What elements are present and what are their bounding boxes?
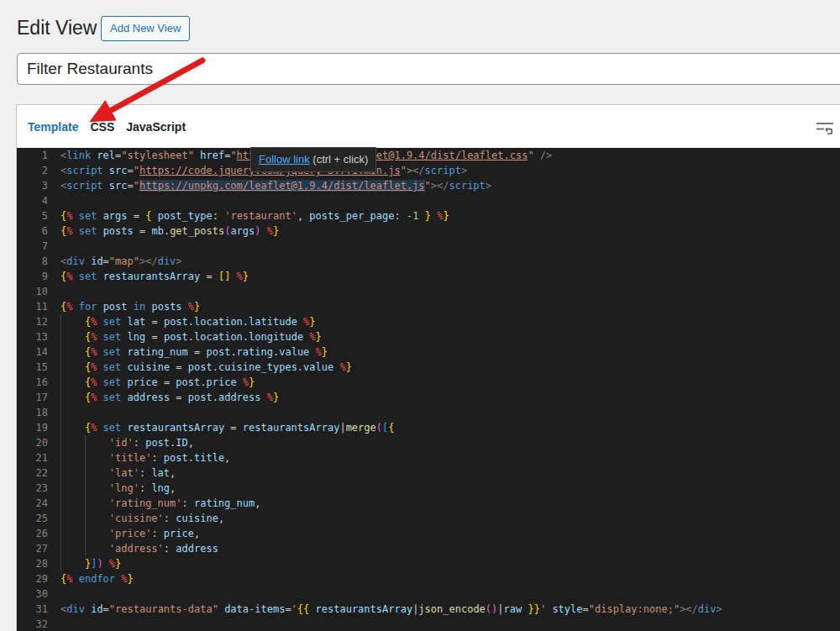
code-line[interactable]: 2<script src="https://code.jquery.com/jq… bbox=[17, 163, 840, 178]
code-line[interactable]: 13 {% set lng = post.location.longitude … bbox=[17, 329, 840, 344]
code-token: } bbox=[249, 376, 255, 388]
code-line[interactable]: 27 'address': address bbox=[17, 541, 840, 556]
code-token: restaurantsArray bbox=[316, 603, 413, 615]
word-wrap-icon[interactable] bbox=[815, 119, 835, 134]
code-token: lng bbox=[151, 482, 170, 494]
line-number: 7 bbox=[17, 239, 48, 254]
code-token: post bbox=[164, 331, 188, 343]
line-number: 28 bbox=[17, 556, 48, 571]
code-token: | bbox=[339, 422, 345, 434]
code-token: . bbox=[230, 346, 236, 358]
code-token: = bbox=[128, 210, 146, 222]
code-token bbox=[158, 452, 164, 464]
code-token: post bbox=[103, 301, 128, 313]
code-token: div bbox=[66, 603, 85, 615]
code-line[interactable]: 24 'rating_num': rating_num, bbox=[17, 496, 840, 511]
code-token: set bbox=[103, 316, 122, 328]
add-new-view-button[interactable]: Add New View bbox=[101, 16, 190, 41]
code-editor[interactable]: 1<link rel="stylesheet" href="https://un… bbox=[17, 148, 840, 631]
code-line[interactable]: 31<div id="restaurants-data" data-items=… bbox=[17, 602, 840, 617]
code-line[interactable]: 12 {% set lat = post.location.latitude %… bbox=[17, 314, 840, 329]
code-line[interactable]: 20 'id': post.ID, bbox=[17, 435, 840, 450]
code-token bbox=[97, 210, 102, 222]
line-number: 27 bbox=[17, 541, 48, 556]
code-line[interactable]: 23 'lng': lng, bbox=[17, 481, 840, 496]
code-line[interactable]: 11{% for post in posts %} bbox=[17, 299, 840, 314]
code-line[interactable]: 8<div id="map"></div> bbox=[17, 254, 840, 269]
code-line[interactable]: 21 'title': post.title, bbox=[17, 450, 840, 465]
code-line[interactable]: 1<link rel="stylesheet" href="https://un… bbox=[17, 148, 840, 163]
code-token bbox=[188, 497, 194, 509]
code-token: rating bbox=[237, 346, 273, 358]
code-token: div bbox=[158, 255, 176, 267]
line-number: 15 bbox=[17, 360, 48, 375]
code-token: set bbox=[103, 392, 122, 403]
indent-guide bbox=[60, 390, 61, 405]
indent-guide bbox=[85, 496, 86, 511]
code-token: = bbox=[200, 271, 218, 282]
code-token bbox=[97, 271, 102, 282]
code-line[interactable]: 14 {% set rating_num = post.rating.value… bbox=[17, 344, 840, 360]
code-line[interactable]: 9{% set restaurantsArray = [] %} bbox=[17, 269, 840, 284]
tab-javascript[interactable]: JavaScript bbox=[126, 120, 186, 134]
code-line[interactable]: 22 'lat': lat, bbox=[17, 465, 840, 481]
code-token: posts_per_page bbox=[309, 210, 394, 222]
code-line[interactable]: 4 bbox=[17, 193, 840, 208]
code-token: = bbox=[188, 346, 207, 358]
code-line[interactable]: 6{% set posts = mb.get_posts(args) %} bbox=[17, 223, 840, 239]
code-token: } bbox=[425, 210, 431, 222]
code-token: = bbox=[224, 422, 243, 434]
code-token: lat bbox=[128, 316, 146, 328]
code-token: [] bbox=[218, 271, 230, 282]
tab-css[interactable]: CSS bbox=[90, 120, 114, 134]
line-number: 11 bbox=[17, 299, 48, 314]
code-line[interactable]: 18 bbox=[17, 405, 840, 420]
code-token: for bbox=[79, 301, 97, 313]
code-line[interactable]: 32 bbox=[17, 617, 840, 631]
code-line[interactable]: 16 {% set price = post.price %} bbox=[17, 375, 840, 390]
code-token: : bbox=[182, 497, 188, 509]
line-number: 18 bbox=[17, 405, 48, 420]
code-line[interactable]: 7 bbox=[17, 239, 840, 254]
code-token: = bbox=[128, 165, 134, 176]
indent-guide bbox=[60, 496, 61, 511]
indent-guide bbox=[85, 465, 86, 481]
code-token bbox=[97, 331, 102, 343]
code-token bbox=[230, 271, 236, 282]
code-line[interactable]: 3<script src="https://unpkg.com/leaflet@… bbox=[17, 178, 840, 193]
code-token: } bbox=[309, 316, 315, 328]
code-line[interactable]: 29{% endfor %} bbox=[17, 571, 840, 586]
code-token: { bbox=[388, 422, 394, 434]
code-token bbox=[401, 210, 407, 222]
follow-link[interactable]: Follow link bbox=[259, 153, 310, 166]
code-token bbox=[309, 346, 315, 358]
code-line[interactable]: 26 'price': price, bbox=[17, 526, 840, 541]
code-token: : bbox=[395, 210, 401, 222]
code-token: args bbox=[103, 210, 128, 222]
code-line[interactable]: 25 'cuisine': cuisine, bbox=[17, 511, 840, 526]
code-token: 'lat' bbox=[109, 467, 139, 479]
code-line[interactable]: 28 }]) %} bbox=[17, 556, 840, 571]
code-token: location bbox=[194, 331, 243, 343]
code-token: 'lng' bbox=[109, 482, 139, 494]
code-token: script bbox=[66, 180, 102, 192]
code-line[interactable]: 5{% set args = { post_type: 'restaurant'… bbox=[17, 208, 840, 223]
code-token: , bbox=[255, 497, 260, 509]
code-token: post bbox=[188, 361, 213, 373]
tab-template[interactable]: Template bbox=[28, 120, 78, 134]
code-token bbox=[121, 422, 127, 434]
code-token: } bbox=[273, 225, 279, 237]
code-token: src bbox=[109, 180, 128, 192]
code-token: cuisine bbox=[176, 513, 218, 524]
view-title-input[interactable] bbox=[17, 53, 840, 85]
code-line[interactable]: 19 {% set restaurantsArray = restaurants… bbox=[17, 420, 840, 435]
code-line[interactable]: 15 {% set cuisine = post.cuisine_types.v… bbox=[17, 360, 840, 375]
view-editor-panel: Template CSS JavaScript 1<link rel="styl… bbox=[17, 105, 840, 631]
code-token bbox=[60, 392, 85, 403]
code-token: post bbox=[188, 392, 213, 403]
code-line[interactable]: 10 bbox=[17, 284, 840, 299]
code-line[interactable]: 17 {% set address = post.address %} bbox=[17, 390, 840, 405]
code-token: % bbox=[316, 346, 322, 358]
code-line[interactable]: 30 bbox=[17, 586, 840, 602]
line-number: 14 bbox=[17, 344, 48, 360]
